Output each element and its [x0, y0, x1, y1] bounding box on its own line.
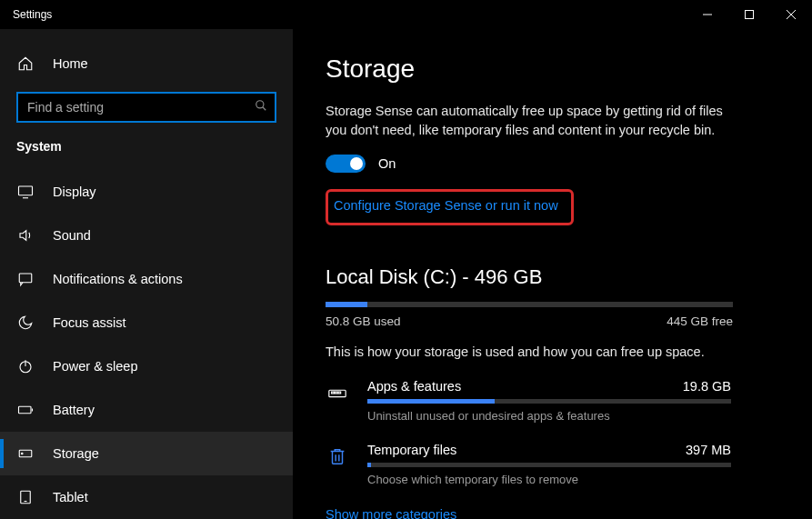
- sidebar-item-tablet[interactable]: Tablet: [0, 475, 293, 519]
- focus-assist-icon: [16, 314, 35, 331]
- sidebar-item-label: Display: [53, 185, 96, 199]
- category-name: Apps & features: [367, 379, 461, 394]
- search-input[interactable]: [16, 92, 276, 123]
- battery-icon: [16, 402, 35, 418]
- nav-home-label: Home: [53, 56, 88, 71]
- sidebar-item-label: Tablet: [53, 490, 88, 504]
- storage-sense-description: Storage Sense can automatically free up …: [326, 102, 726, 140]
- sidebar-item-power-sleep[interactable]: Power & sleep: [0, 344, 293, 388]
- svg-point-14: [22, 453, 24, 454]
- storage-icon: [16, 445, 35, 462]
- home-icon: [16, 55, 35, 72]
- window-title: Settings: [0, 8, 52, 21]
- category-name: Temporary files: [367, 443, 456, 457]
- storage-sense-toggle[interactable]: [326, 155, 366, 173]
- nav-home[interactable]: Home: [0, 45, 293, 81]
- svg-rect-8: [19, 274, 32, 283]
- sidebar-item-notifications[interactable]: Notifications & actions: [0, 257, 293, 301]
- sidebar-item-label: Focus assist: [53, 315, 126, 330]
- apps-icon: [326, 381, 349, 404]
- configure-storage-sense-link[interactable]: Configure Storage Sense or run it now: [334, 198, 558, 213]
- svg-rect-19: [335, 392, 337, 394]
- disk-usage-bar: [326, 302, 733, 307]
- configure-highlight-box: Configure Storage Sense or run it now: [326, 189, 574, 225]
- svg-rect-11: [19, 406, 32, 414]
- close-button[interactable]: [770, 0, 812, 29]
- sidebar: Home System Display Sound Notifications …: [0, 29, 293, 519]
- content-area: Storage Storage Sense can automatically …: [293, 29, 812, 519]
- category-bar: [367, 399, 731, 404]
- disk-title: Local Disk (C:) - 496 GB: [326, 265, 779, 289]
- display-icon: [16, 184, 35, 200]
- power-icon: [16, 358, 35, 374]
- trash-icon: [326, 444, 349, 468]
- sidebar-item-storage[interactable]: Storage: [0, 432, 293, 475]
- tablet-icon: [16, 489, 35, 505]
- page-title: Storage: [326, 55, 779, 84]
- category-size: 397 MB: [686, 443, 731, 457]
- svg-rect-20: [338, 392, 341, 394]
- toggle-state-label: On: [378, 156, 396, 171]
- section-title: System: [0, 139, 293, 170]
- disk-used-label: 50.8 GB used: [326, 314, 401, 328]
- sidebar-item-sound[interactable]: Sound: [0, 214, 293, 257]
- sidebar-item-display[interactable]: Display: [0, 170, 293, 214]
- category-size: 19.8 GB: [683, 379, 731, 394]
- category-sub: Uninstall unused or undesired apps & fea…: [367, 409, 731, 423]
- show-more-categories-link[interactable]: Show more categories: [326, 507, 456, 519]
- svg-rect-1: [746, 11, 754, 19]
- minimize-button[interactable]: [687, 0, 728, 29]
- svg-rect-18: [332, 392, 335, 394]
- category-sub: Choose which temporary files to remove: [367, 473, 731, 486]
- sidebar-item-label: Power & sleep: [53, 359, 138, 374]
- category-bar: [367, 463, 731, 467]
- disk-free-label: 445 GB free: [667, 314, 733, 328]
- sidebar-item-focus-assist[interactable]: Focus assist: [0, 301, 293, 344]
- sidebar-item-label: Battery: [53, 403, 95, 417]
- maximize-button[interactable]: [728, 0, 770, 29]
- sidebar-item-label: Sound: [53, 228, 91, 243]
- svg-rect-6: [19, 186, 33, 195]
- disk-description: This is how your storage is used and how…: [326, 344, 779, 359]
- category-temporary-files[interactable]: Temporary files 397 MB Choose which temp…: [326, 443, 779, 486]
- notifications-icon: [16, 271, 35, 287]
- sidebar-item-battery[interactable]: Battery: [0, 388, 293, 432]
- category-apps-features[interactable]: Apps & features 19.8 GB Uninstall unused…: [326, 379, 779, 423]
- sidebar-item-label: Notifications & actions: [53, 272, 183, 286]
- sidebar-item-label: Storage: [53, 446, 99, 461]
- sound-icon: [16, 227, 35, 244]
